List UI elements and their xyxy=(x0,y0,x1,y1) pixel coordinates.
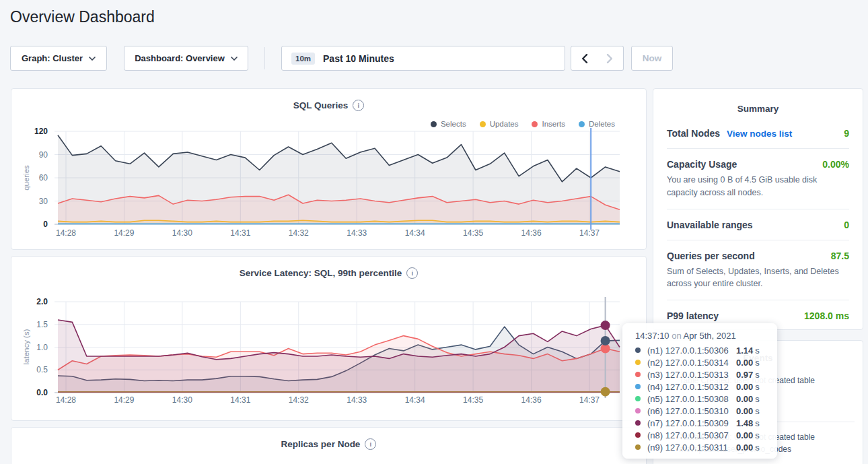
node-latency-unit: s xyxy=(755,345,760,356)
time-range-dropdown[interactable]: 10m Past 10 Minutes xyxy=(281,46,565,71)
y-tick-label: 1.5 xyxy=(36,320,48,329)
sql-queries-card: SQL Queries i SelectsUpdatesInsertsDelet… xyxy=(11,88,647,250)
metric-value: 87.5 xyxy=(831,251,849,261)
tooltip-rows: (n1) 127.0.0.1:503061.14s(n2) 127.0.0.1:… xyxy=(635,344,777,453)
info-icon[interactable]: i xyxy=(406,267,418,279)
chevron-left-icon xyxy=(581,54,588,63)
node-latency-unit: s xyxy=(755,430,760,440)
node-color-dot xyxy=(635,347,641,353)
node-latency-value: 0.00 xyxy=(736,382,753,392)
tooltip-on: on xyxy=(672,331,681,341)
y-axis-label: queries xyxy=(22,165,30,191)
view-nodes-list-link[interactable]: View nodes list xyxy=(727,129,792,139)
node-address: (n6) 127.0.0.1:50310 xyxy=(647,406,736,416)
info-icon[interactable]: i xyxy=(365,438,376,450)
chevron-right-icon xyxy=(606,54,614,63)
x-tick-label: 14:34 xyxy=(405,228,425,238)
x-tick-label: 14:35 xyxy=(463,228,483,238)
y-tick-label: 1.0 xyxy=(36,343,48,352)
x-tick-label: 14:28 xyxy=(56,395,76,405)
service-latency-card: Service Latency: SQL, 99th percentile i … xyxy=(11,256,647,421)
time-next-button[interactable] xyxy=(597,46,624,71)
graph-dropdown[interactable]: Graph: Cluster xyxy=(10,46,107,71)
metric-label: Total Nodes xyxy=(667,128,720,139)
chevron-down-icon xyxy=(548,57,555,61)
x-tick-label: 14:29 xyxy=(114,228,134,238)
time-range-badge: 10m xyxy=(291,53,315,65)
replicas-per-node-title: Replicas per Node i xyxy=(11,438,646,450)
summary-metric: Total NodesView nodes list9 xyxy=(667,118,849,148)
node-latency-unit: s xyxy=(755,418,760,428)
metric-description: You are using 0 B of 4.5 GiB usable disk… xyxy=(667,174,849,199)
now-button-label: Now xyxy=(643,53,662,63)
x-tick-label: 14:31 xyxy=(230,395,250,405)
node-color-dot xyxy=(635,396,641,401)
legend-label: Updates xyxy=(490,120,519,128)
time-range-label: Past 10 Minutes xyxy=(323,53,548,64)
dashboard-dropdown[interactable]: Dashboard: Overview xyxy=(124,46,248,71)
service-latency-chart[interactable]: 14:2814:2914:3014:3114:3214:3314:3414:35… xyxy=(21,297,640,411)
node-address: (n2) 127.0.0.1:50314 xyxy=(647,358,736,368)
metric-label: Capacity Usage xyxy=(667,159,737,170)
metric-label: P99 latency xyxy=(667,310,719,321)
node-latency-value: 0.00 xyxy=(736,406,753,416)
overview-dashboard-page: Overview Dashboard Graph: Cluster Dashbo… xyxy=(0,0,868,464)
summary-metric: Unavailable ranges0 xyxy=(667,209,849,240)
tooltip-time: 14:37:10 xyxy=(635,331,670,341)
y-axis-label: latency (s) xyxy=(22,329,30,364)
x-tick-label: 14:36 xyxy=(521,395,542,405)
hover-dot xyxy=(601,387,610,397)
metric-value: 0 xyxy=(844,220,849,230)
summary-metric: Queries per second87.5Sum of Selects, Up… xyxy=(667,240,849,300)
tooltip-node-row: (n9) 127.0.0.1:503110.00s xyxy=(635,441,777,453)
metric-value: 0.00% xyxy=(822,159,849,170)
tooltip-node-row: (n1) 127.0.0.1:503061.14s xyxy=(635,344,777,356)
legend-item-selects[interactable]: Selects xyxy=(431,120,466,128)
tooltip-date: Apr 5th, 2021 xyxy=(684,331,736,341)
node-latency-value: 0.97 xyxy=(736,370,753,380)
x-tick-label: 14:30 xyxy=(172,395,192,405)
summary-title: Summary xyxy=(653,89,863,114)
chart-hover-tooltip: 14:37:10 on Apr 5th, 2021 (n1) 127.0.0.1… xyxy=(622,323,777,459)
node-latency-unit: s xyxy=(755,406,760,416)
y-tick-label: 120 xyxy=(34,128,48,136)
tooltip-node-row: (n4) 127.0.0.1:503120.00s xyxy=(635,380,777,393)
legend-dot xyxy=(431,121,437,127)
node-latency-unit: s xyxy=(755,394,760,404)
legend-dot xyxy=(579,121,585,127)
y-tick-label: 90 xyxy=(39,150,48,160)
info-icon[interactable]: i xyxy=(353,100,364,111)
tooltip-node-row: (n8) 127.0.0.1:503070.00s xyxy=(635,429,777,441)
legend-item-deletes[interactable]: Deletes xyxy=(579,120,615,128)
node-color-dot xyxy=(635,408,641,413)
node-color-dot xyxy=(635,384,641,389)
time-prev-button[interactable] xyxy=(571,46,598,71)
node-color-dot xyxy=(635,420,641,426)
node-address: (n5) 127.0.0.1:50308 xyxy=(647,394,736,404)
tooltip-timestamp: 14:37:10 on Apr 5th, 2021 xyxy=(635,331,777,341)
time-now-button[interactable]: Now xyxy=(631,46,673,71)
sql-queries-chart[interactable]: 14:2814:2914:3014:3114:3214:3314:3414:35… xyxy=(21,128,640,244)
summary-metrics: Total NodesView nodes list9Capacity Usag… xyxy=(653,114,863,331)
node-color-dot xyxy=(635,432,641,438)
x-tick-label: 14:28 xyxy=(56,228,76,238)
chevron-down-icon xyxy=(231,57,238,61)
y-tick-label: 2.0 xyxy=(36,297,48,306)
node-color-dot xyxy=(635,444,641,450)
chart-title-text: Replicas per Node xyxy=(281,439,361,449)
node-latency-unit: s xyxy=(755,442,760,453)
node-address: (n4) 127.0.0.1:50312 xyxy=(647,382,736,392)
node-address: (n7) 127.0.0.1:50309 xyxy=(647,418,736,428)
y-tick-label: 0 xyxy=(43,220,48,229)
node-latency-unit: s xyxy=(755,370,760,380)
legend-item-inserts[interactable]: Inserts xyxy=(532,120,565,128)
graph-dropdown-label: Graph: Cluster xyxy=(22,53,83,63)
node-color-dot xyxy=(635,372,641,377)
x-tick-label: 14:32 xyxy=(289,395,309,405)
dashboard-dropdown-label: Dashboard: Overview xyxy=(135,53,225,63)
y-tick-label: 30 xyxy=(39,197,48,206)
tooltip-node-row: (n7) 127.0.0.1:503091.48s xyxy=(635,417,777,429)
legend-item-updates[interactable]: Updates xyxy=(480,120,519,128)
y-tick-label: 0.0 xyxy=(36,388,48,397)
legend-label: Selects xyxy=(441,120,466,128)
